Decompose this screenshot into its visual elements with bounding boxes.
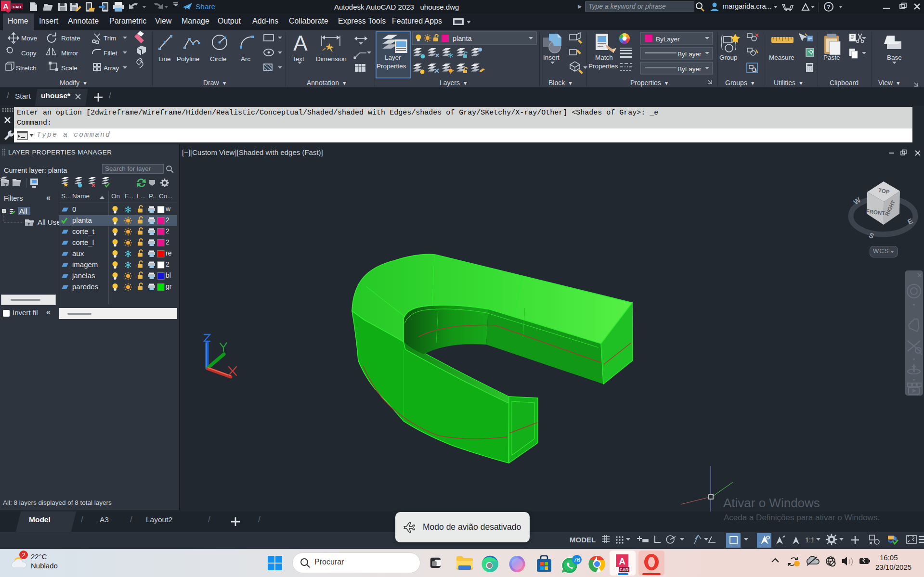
- svg-text:margarida.cra...: margarida.cra...: [723, 2, 772, 10]
- svg-text:A: A: [293, 31, 308, 55]
- svg-text:76: 76: [573, 557, 580, 564]
- svg-text:CAD: CAD: [620, 567, 628, 572]
- svg-text:CAD: CAD: [13, 5, 21, 9]
- svg-text:A: A: [3, 2, 9, 10]
- svg-text:1:1: 1:1: [805, 536, 815, 544]
- svg-text:A: A: [619, 556, 625, 566]
- svg-text:2: 2: [22, 551, 25, 559]
- svg-text:?: ?: [827, 4, 830, 11]
